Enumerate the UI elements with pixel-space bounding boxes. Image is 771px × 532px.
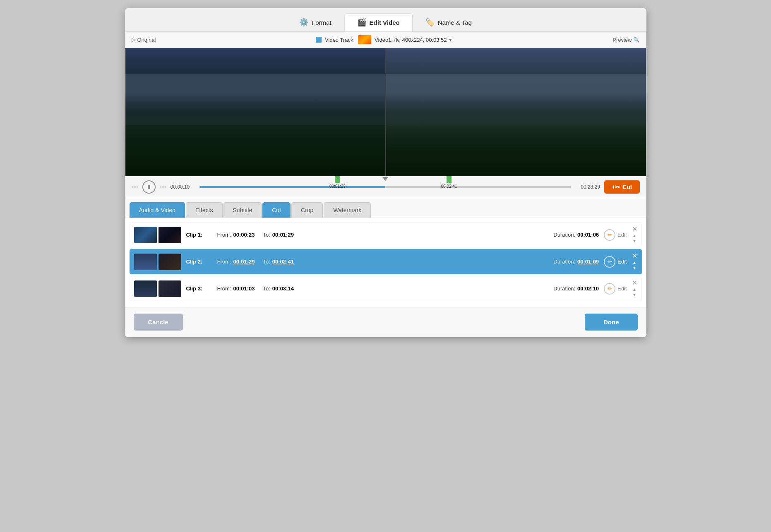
clip-2-edit[interactable]: ✏ Edit: [604, 256, 627, 268]
clip-2-duration: Duration: 00:01:09: [553, 259, 599, 265]
clip-2-thumbnails: [134, 254, 181, 270]
clip-3-duration-time: 00:02:10: [577, 285, 599, 292]
clip-2-controls: ✕ ▲ ▼: [632, 253, 637, 271]
clip-2-edit-icon: ✏: [604, 256, 615, 268]
video-preview-right: [385, 48, 646, 176]
clip-row-3: Clip 3: From: 00:01:03 To: 00:03:14 Dura…: [130, 276, 642, 301]
clip-2-move-buttons: ▲ ▼: [632, 260, 636, 271]
handle-left-time: 00:01:29: [329, 184, 346, 189]
clip-3-thumb-end: [159, 280, 181, 297]
scrubber-track: [199, 186, 571, 188]
track-dropdown[interactable]: Video1: flv, 400x224, 00:03:52: [375, 37, 452, 43]
clip-1-to-time: 00:01:29: [272, 232, 294, 238]
tab-edit-video-label: Edit Video: [370, 19, 400, 26]
clip-1-to-label: To:: [263, 232, 270, 238]
pause-button[interactable]: ⏸: [142, 180, 156, 194]
clip-3-from-label: From:: [217, 285, 231, 292]
preview-button[interactable]: Preview: [612, 37, 639, 43]
scrubber-thumb[interactable]: [382, 177, 389, 181]
tab-effects-label: Effects: [195, 207, 213, 213]
clip-3-thumb-start: [134, 280, 157, 297]
tab-subtitle[interactable]: Subtitle: [223, 202, 262, 218]
video-preview-left: [125, 48, 386, 176]
handle-marker-right: [447, 176, 452, 183]
clip-3-duration-label: Duration:: [553, 285, 575, 292]
tab-audio-video-label: Audio & Video: [139, 207, 175, 213]
clip-2-move-up[interactable]: ▲: [632, 260, 636, 265]
top-tab-bar: ⚙️ Format 🎬 Edit Video 🏷️ Name & Tag: [125, 8, 646, 31]
clip-3-close-button[interactable]: ✕: [632, 280, 637, 286]
tab-watermark[interactable]: Watermark: [324, 202, 371, 218]
clip-2-move-down[interactable]: ▼: [632, 266, 636, 271]
tab-edit-video[interactable]: 🎬 Edit Video: [344, 13, 413, 31]
video-preview-area: [125, 48, 646, 176]
tab-format-label: Format: [312, 19, 331, 26]
track-label: Video Track:: [325, 37, 355, 43]
clip-row-2: Clip 2: From: 00:01:29 To: 00:02:41 Dura…: [130, 249, 642, 274]
clip-3-to-label: To:: [263, 285, 270, 292]
clip-2-from-time: 00:01:29: [233, 259, 255, 265]
clip-2-close-button[interactable]: ✕: [632, 253, 637, 259]
clip-3-duration: Duration: 00:02:10: [553, 285, 599, 292]
time-start: 00:00:10: [171, 184, 195, 190]
clip-3-edit[interactable]: ✏ Edit: [604, 283, 627, 295]
clip-1-thumbnails: [134, 227, 181, 243]
done-button[interactable]: Done: [585, 314, 638, 331]
cut-button[interactable]: Cut: [604, 180, 640, 194]
clip-2-from-label: From:: [217, 259, 231, 265]
tab-format[interactable]: ⚙️ Format: [286, 13, 344, 31]
clip-3-edit-icon: ✏: [604, 283, 615, 295]
clips-list: Clip 1: From: 00:00:23 To: 00:01:29 Dura…: [125, 218, 646, 307]
clip-1-duration-time: 00:01:06: [577, 232, 599, 238]
time-end: 00:28:29: [575, 184, 600, 190]
clip-1-edit[interactable]: ✏ Edit: [604, 229, 627, 241]
dot-5: [162, 186, 164, 188]
clip-3-move-up[interactable]: ▲: [632, 287, 636, 292]
clip-2-to-label: To:: [263, 259, 270, 265]
clip-2-duration-label: Duration:: [553, 259, 575, 265]
dot-6: [165, 186, 166, 188]
scrubber-handle-right[interactable]: 00:02:41: [441, 176, 457, 189]
dot-2: [134, 186, 136, 188]
clip-2-from: From: 00:01:29: [217, 259, 255, 265]
clip-3-move-buttons: ▲ ▼: [632, 287, 636, 297]
timeline-area: ⏸ 00:00:10 00:01:29: [125, 176, 646, 198]
tab-crop[interactable]: Crop: [291, 202, 323, 218]
video-track-header: Original Video Track: Video1: flv, 400x2…: [125, 32, 646, 48]
tab-name-tag-label: Name & Tag: [438, 19, 472, 26]
clip-1-move-down[interactable]: ▼: [632, 239, 636, 244]
clip-1-from-time: 00:00:23: [233, 232, 255, 238]
video-track-info: Video Track: Video1: flv, 400x224, 00:03…: [316, 35, 452, 44]
tab-effects[interactable]: Effects: [186, 202, 223, 218]
dot-1: [132, 186, 133, 188]
tab-cut-label: Cut: [272, 207, 281, 213]
edit-video-icon: 🎬: [357, 18, 366, 27]
clip-3-from-time: 00:01:03: [233, 285, 255, 292]
clip-1-controls: ✕ ▲ ▼: [632, 226, 637, 244]
edit-tabs-bar: Audio & Video Effects Subtitle Cut Crop …: [125, 198, 646, 218]
tab-watermark-label: Watermark: [333, 207, 361, 213]
clip-3-move-down[interactable]: ▼: [632, 292, 636, 297]
scrubber[interactable]: 00:01:29 00:02:41: [199, 181, 571, 193]
clip-1-edit-icon: ✏: [604, 229, 615, 241]
clip-1-duration: Duration: 00:01:06: [553, 232, 599, 238]
original-badge: Original: [132, 37, 156, 43]
dot-4: [160, 186, 161, 188]
cancel-button[interactable]: Cancle: [134, 314, 183, 331]
tab-audio-video[interactable]: Audio & Video: [130, 202, 185, 218]
tab-name-tag[interactable]: 🏷️ Name & Tag: [413, 13, 485, 31]
scrubber-handle-left[interactable]: 00:01:29: [329, 176, 346, 189]
clip-2-name: Clip 2:: [186, 259, 209, 265]
clip-3-from: From: 00:01:03: [217, 285, 255, 292]
clip-3-info: Clip 3: From: 00:01:03 To: 00:03:14 Dura…: [186, 285, 599, 292]
video-thumbnail-mini: [358, 35, 371, 44]
clip-1-close-button[interactable]: ✕: [632, 226, 637, 232]
track-info-text: Video1: flv, 400x224, 00:03:52: [375, 37, 447, 43]
handle-marker-left: [335, 176, 340, 183]
tab-cut[interactable]: Cut: [262, 202, 291, 218]
main-content: Original Video Track: Video1: flv, 400x2…: [125, 31, 646, 337]
dot-3: [137, 186, 138, 188]
timeline-dots-right: [160, 186, 166, 188]
clip-1-move-up[interactable]: ▲: [632, 233, 636, 238]
track-icon: [316, 37, 322, 43]
